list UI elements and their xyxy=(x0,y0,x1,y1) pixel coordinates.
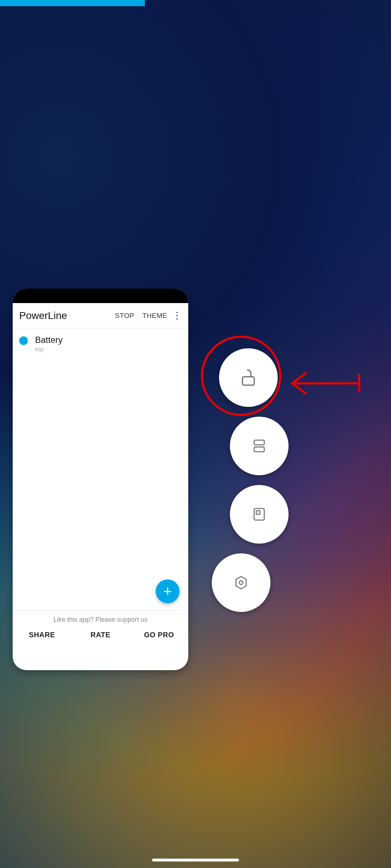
split-screen-button[interactable] xyxy=(230,417,289,475)
lock-app-button[interactable] xyxy=(219,348,278,407)
app-title: PowerLine xyxy=(19,310,67,322)
support-text: Like this app? Please support us xyxy=(13,611,188,626)
app-toolbar: PowerLine STOP THEME xyxy=(13,303,188,328)
unlock-icon xyxy=(238,367,258,388)
svg-rect-2 xyxy=(254,447,264,452)
theme-button[interactable]: THEME xyxy=(142,312,167,320)
card-statusbar xyxy=(13,289,188,303)
stop-button[interactable]: STOP xyxy=(115,312,134,320)
share-button[interactable]: SHARE xyxy=(13,626,71,648)
list-item-title: Battery xyxy=(35,335,63,345)
powerline-indicator-bar xyxy=(0,0,145,6)
app-footer: Like this app? Please support us SHARE R… xyxy=(13,610,188,648)
floating-window-icon xyxy=(251,506,268,523)
svg-rect-4 xyxy=(256,511,260,514)
svg-marker-5 xyxy=(236,576,246,589)
indicator-list: Battery top + xyxy=(13,328,188,610)
add-indicator-fab[interactable]: + xyxy=(156,579,180,603)
overflow-menu-icon[interactable] xyxy=(172,309,182,323)
list-item[interactable]: Battery top xyxy=(19,335,182,353)
home-indicator[interactable] xyxy=(152,859,239,861)
svg-rect-0 xyxy=(243,377,255,385)
svg-rect-1 xyxy=(254,440,264,445)
floating-window-button[interactable] xyxy=(230,485,289,544)
app-settings-button[interactable] xyxy=(212,553,270,612)
plus-icon: + xyxy=(163,584,172,599)
svg-point-6 xyxy=(239,581,243,584)
recent-app-card-powerline[interactable]: PowerLine STOP THEME Battery top + Like … xyxy=(13,289,188,670)
gopro-button[interactable]: GO PRO xyxy=(130,626,188,648)
list-item-subtitle: top xyxy=(35,346,63,353)
indicator-color-swatch xyxy=(19,336,28,345)
rate-button[interactable]: RATE xyxy=(71,626,130,648)
split-screen-icon xyxy=(251,437,268,455)
settings-hex-icon xyxy=(232,574,250,591)
